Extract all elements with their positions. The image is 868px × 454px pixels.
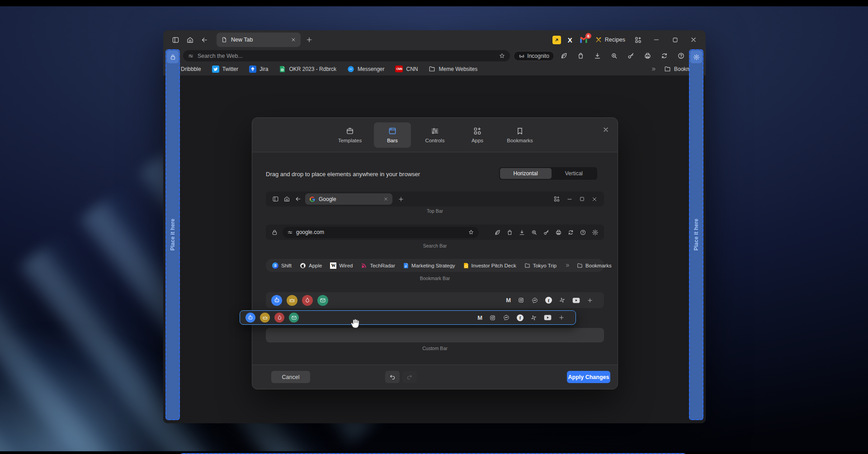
redo-button[interactable] [402, 371, 417, 383]
twitter-icon [212, 66, 219, 73]
password-key-icon[interactable] [625, 50, 637, 62]
x-app-icon[interactable]: X [568, 36, 572, 44]
back-button[interactable] [198, 34, 210, 46]
horizontal-toggle[interactable]: Horizontal [500, 168, 552, 179]
download-icon[interactable] [591, 50, 603, 62]
preview-url-input: google.com [283, 227, 479, 238]
bookmark-label: Apple [309, 263, 322, 268]
tab-label: Bars [387, 138, 398, 143]
zoom-in-icon [531, 229, 538, 236]
bookmark-item[interactable]: Messenger [347, 66, 384, 73]
shift-app-icon[interactable] [552, 36, 561, 44]
utensils-icon [595, 36, 602, 43]
help-icon[interactable] [675, 50, 687, 62]
gmail-m-icon: M [506, 297, 511, 304]
recipes-extension-button[interactable]: Recipes [595, 36, 625, 43]
sidebar-toggle-button[interactable] [170, 34, 181, 46]
apple-icon [300, 262, 306, 269]
dropzone-right-label: Place it here [693, 219, 699, 251]
shopping-bag-icon[interactable] [575, 50, 586, 62]
apps-grid-button[interactable] [632, 34, 644, 46]
new-tab-button[interactable] [303, 34, 315, 46]
close-icon [591, 196, 598, 202]
tab-apps[interactable]: Apps [459, 122, 496, 148]
robot-app-icon [245, 313, 255, 323]
bookmark-label: OKR 2023 - Rdbrck [289, 66, 336, 72]
apply-changes-button[interactable]: Apply Changes [567, 371, 610, 383]
preview-top-bar[interactable]: Google [266, 192, 604, 206]
dragged-custom-bar[interactable]: M f [240, 310, 576, 325]
cancel-button[interactable]: Cancel [271, 371, 310, 383]
incognito-label: Incognito [527, 53, 549, 59]
leaf-icon[interactable] [558, 50, 570, 62]
bookmark-item[interactable]: OKR 2023 - Rdbrck [279, 66, 336, 73]
bookmark-label: CNN [406, 66, 418, 72]
slack-icon [559, 297, 566, 304]
apps-grid-icon [553, 196, 560, 202]
tab-bookmarks[interactable]: Bookmarks [501, 122, 538, 148]
browser-tab[interactable]: New Tab [217, 33, 301, 47]
bookmarks-folder: Bookmarks [577, 262, 612, 268]
tab-bars[interactable]: Bars [374, 122, 411, 148]
dialog-body: Drag and drop to place elements anywhere… [252, 153, 618, 365]
home-button[interactable] [184, 34, 196, 46]
vertical-toggle[interactable]: Vertical [552, 168, 596, 179]
refresh-icon[interactable] [658, 50, 670, 62]
star-icon [468, 229, 474, 235]
print-icon[interactable] [642, 50, 653, 62]
docs-icon [403, 262, 409, 269]
instruction-text: Drag and drop to place elements anywhere… [266, 171, 420, 178]
bookmark-item[interactable]: Twitter [212, 66, 238, 73]
bookmark-bar-label: Bookmark Bar [252, 276, 618, 281]
dialog-close-button[interactable] [601, 125, 610, 134]
preview-bookmark-bar[interactable]: S Shift Apple W Wired TechRadar [266, 259, 604, 272]
maximize-button[interactable] [669, 34, 681, 46]
password-key-icon [543, 229, 550, 236]
search-bar-label: Search Bar [252, 243, 618, 248]
robot-app-icon [271, 295, 282, 306]
gmail-app-icon[interactable]: 6 [579, 36, 588, 43]
minimize-button[interactable] [651, 34, 662, 46]
custom-bar-label: Custom Bar [252, 346, 618, 351]
recipes-label: Recipes [605, 37, 625, 43]
facebook-icon: f [517, 314, 524, 321]
tab-bar: New Tab X 6 [163, 30, 706, 49]
instagram-icon [489, 314, 496, 321]
preview-search-bar[interactable]: google.com [266, 225, 604, 240]
instagram-icon [518, 297, 524, 304]
incognito-badge[interactable]: Incognito [514, 51, 554, 61]
close-window-button[interactable] [688, 34, 699, 46]
bookmarks-bar: Dribbble Twitter Jira OKR 2023 - Rdbrck … [163, 62, 706, 75]
preview-window-controls [553, 196, 598, 202]
bookmark-item[interactable]: CNN CNN [395, 66, 418, 72]
chevrons-right-icon[interactable] [651, 66, 657, 72]
letterbox-top [0, 0, 868, 6]
search-input[interactable]: Search the Web... [183, 50, 510, 61]
cnn-icon: CNN [395, 66, 403, 72]
tab-label: Bookmarks [507, 138, 533, 143]
bookmark-label: Dribbble [181, 66, 201, 72]
dropzone-left[interactable]: Place it here [165, 49, 180, 420]
folder-icon [429, 66, 435, 72]
star-icon[interactable] [499, 52, 505, 59]
preview-url: google.com [296, 229, 465, 235]
bookmark-item[interactable]: Jira [249, 66, 268, 73]
custom-bar-placeholder[interactable] [266, 328, 604, 342]
zoom-in-icon[interactable] [608, 50, 620, 62]
bookmark-item: W Wired [330, 262, 353, 269]
bookmark-label: Meme Websites [439, 66, 477, 72]
tab-close-icon[interactable] [291, 37, 296, 42]
undo-button[interactable] [385, 371, 400, 383]
dropzone-right[interactable]: Place it here [689, 49, 703, 420]
tab-templates[interactable]: Templates [331, 122, 368, 148]
facebook-icon: f [545, 297, 552, 304]
preview-custom-bar[interactable]: M f [266, 292, 604, 308]
url-row: Search the Web... Incognito [163, 49, 706, 62]
tab-title: New Tab [231, 37, 287, 43]
tab-controls[interactable]: Controls [416, 122, 453, 148]
gear-icon [592, 229, 599, 236]
dialog-footer: Cancel Apply Changes [252, 365, 618, 389]
add-shortcut-icon [587, 297, 593, 304]
bookmark-item[interactable]: Meme Websites [429, 66, 477, 72]
folder-icon [577, 262, 583, 268]
